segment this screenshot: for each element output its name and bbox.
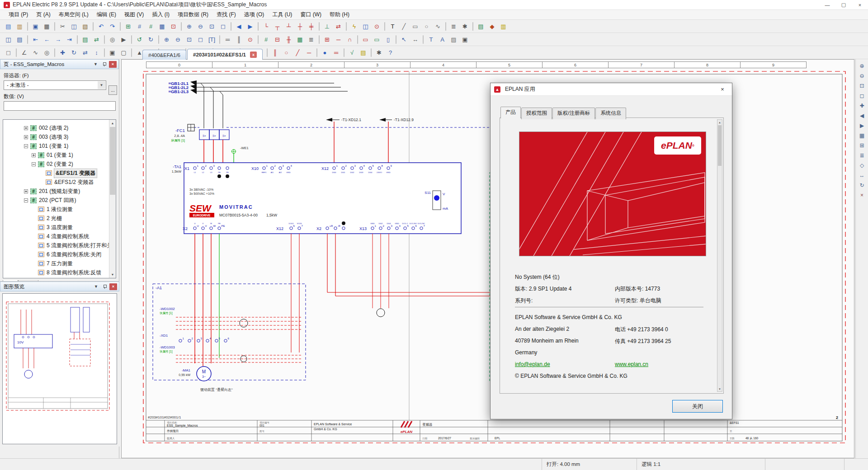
select-tool-icon[interactable]: ↖ xyxy=(398,34,410,45)
tree-item[interactable]: # 01 (变量 1) xyxy=(3,150,109,160)
terminal-pin[interactable] xyxy=(334,227,337,230)
strip-zoom-in-icon[interactable]: ⊕ xyxy=(857,61,867,71)
panel-menu-icon[interactable]: ▼ xyxy=(92,283,100,290)
insert-angle-icon[interactable]: ∠ xyxy=(19,47,30,58)
shield-icon[interactable]: ∩ xyxy=(344,34,355,45)
expander-icon[interactable] xyxy=(32,162,36,166)
connection-cross-icon[interactable]: ┼ xyxy=(294,21,306,32)
dialog-close-icon[interactable]: × xyxy=(716,85,729,94)
ruler-icon[interactable]: [T] xyxy=(206,34,217,45)
expander-icon[interactable] xyxy=(32,153,36,157)
toolbar-icon[interactable] xyxy=(93,22,94,31)
menu-item[interactable]: 视图 (V) xyxy=(120,10,148,19)
terminal-pin[interactable] xyxy=(193,167,196,169)
interruption-point-icon[interactable]: ⇄ xyxy=(333,21,344,32)
toolbar-icon[interactable] xyxy=(104,35,105,44)
window-tile-icon[interactable]: ▤ xyxy=(14,34,25,45)
zoom-in-icon[interactable]: ⊕ xyxy=(184,21,195,32)
scroll-thumb[interactable] xyxy=(718,125,722,166)
search-next-icon[interactable]: ▶ xyxy=(118,34,129,45)
plc-navigator-icon[interactable]: ▦ xyxy=(294,34,306,45)
strip-zoom-out-icon[interactable]: ⊖ xyxy=(857,71,867,81)
toolbar-icon[interactable] xyxy=(131,35,132,44)
toolbar-icon[interactable] xyxy=(54,48,55,57)
tree-item[interactable]: 3 温度测量 xyxy=(3,223,109,232)
terminal-pin[interactable] xyxy=(371,227,374,230)
preview-canvas[interactable]: 10V xyxy=(2,293,117,444)
tree-item[interactable]: # 201 (预规划变量) xyxy=(3,187,109,196)
refresh-icon[interactable]: ↻ xyxy=(145,34,156,45)
dialog-tab[interactable]: 产品 xyxy=(500,107,521,118)
menu-item[interactable]: 布局空间 (L) xyxy=(55,10,93,19)
terminal-pin[interactable] xyxy=(197,339,200,342)
edit-cable-icon[interactable]: ─ xyxy=(333,34,344,45)
terminal-pin[interactable] xyxy=(369,167,372,169)
search-icon[interactable]: ◎ xyxy=(107,34,118,45)
email-link[interactable]: info@eplan.de xyxy=(515,361,550,367)
terminal-pin[interactable] xyxy=(326,227,329,230)
scroll-up-icon[interactable]: ▲ xyxy=(109,120,116,127)
terminal-pin[interactable] xyxy=(193,227,196,230)
menu-item[interactable]: 页 (A) xyxy=(32,10,54,19)
nav-next-icon[interactable]: → xyxy=(52,34,64,45)
zoom-page-icon[interactable]: ◻ xyxy=(195,34,206,45)
editor-tab[interactable]: #203#101#02&EFS1/1 x xyxy=(187,49,263,60)
terminal-pin[interactable] xyxy=(396,227,398,230)
toolbar-icon[interactable] xyxy=(445,22,446,31)
terminal-pin[interactable] xyxy=(333,167,335,169)
plc-box-icon[interactable]: ▯ xyxy=(382,34,394,45)
toolbar-icon[interactable] xyxy=(371,48,372,57)
save-icon[interactable]: ▣ xyxy=(30,21,41,32)
filter-combo[interactable]: - 未激活 - ▼ xyxy=(4,80,106,90)
toolbar-icon[interactable] xyxy=(344,48,344,57)
terminal-pin[interactable] xyxy=(218,227,221,230)
parts-list-icon[interactable]: ≣ xyxy=(306,34,317,45)
structure-box-icon[interactable]: ▭ xyxy=(371,34,382,45)
tree-item[interactable]: &EFS1/1 变频器 xyxy=(3,169,109,178)
dialog-close-button[interactable]: 关闭 xyxy=(672,400,723,413)
terminal-pin[interactable] xyxy=(210,227,212,230)
terminal-pin[interactable] xyxy=(360,167,363,169)
tree-item[interactable]: # 101 (变量 1) xyxy=(3,141,109,150)
menu-item[interactable]: 编辑 (E) xyxy=(93,10,120,19)
zoom-out-icon[interactable]: ⊖ xyxy=(195,21,206,32)
strip-grid-icon[interactable]: ▦ xyxy=(857,131,867,141)
toolbar-icon[interactable] xyxy=(472,22,473,31)
toolbar-icon[interactable] xyxy=(231,22,231,31)
cut-icon[interactable]: ✂ xyxy=(57,21,68,32)
strip-close-icon[interactable]: × xyxy=(857,190,867,200)
panel-menu-icon[interactable]: ▼ xyxy=(92,61,99,68)
insert-sector-icon[interactable]: ◎ xyxy=(41,47,52,58)
tree-item[interactable]: # 02 (变量 2) xyxy=(3,160,109,169)
expander-icon[interactable] xyxy=(24,198,28,202)
toolbar-icon[interactable] xyxy=(267,48,268,57)
circle-icon[interactable]: ○ xyxy=(421,21,432,32)
terminal-pin[interactable] xyxy=(188,339,191,342)
strip-refresh-icon[interactable]: ↻ xyxy=(857,180,867,190)
maximize-button[interactable]: ▢ xyxy=(835,0,852,9)
terminal-pin[interactable] xyxy=(351,167,354,169)
terminal-pin[interactable] xyxy=(218,167,221,169)
toolbar-icon[interactable] xyxy=(16,48,17,57)
terminal-pin[interactable] xyxy=(271,167,274,169)
zoom-out2-icon[interactable]: ⊖ xyxy=(172,34,184,45)
toolbar-icon[interactable] xyxy=(104,48,105,57)
toolbar-icon[interactable] xyxy=(423,35,424,44)
toolbar-icon[interactable] xyxy=(27,35,28,44)
layers-icon[interactable]: ≣ xyxy=(448,21,459,32)
expander-icon[interactable] xyxy=(24,126,28,130)
redo-icon[interactable]: ↷ xyxy=(107,21,118,32)
snap-points-icon[interactable]: ⊙ xyxy=(245,34,256,45)
close-button[interactable]: × xyxy=(852,0,868,9)
page-new-icon[interactable]: ▤ xyxy=(3,21,14,32)
print-icon[interactable]: ▦ xyxy=(41,21,52,32)
tree-scrollbar[interactable]: ▲ ▼ xyxy=(109,120,116,278)
expander-icon[interactable] xyxy=(24,135,28,139)
terminal-pin[interactable] xyxy=(298,227,301,230)
terminal-pin[interactable] xyxy=(210,167,212,169)
page-prev-icon[interactable]: ◀ xyxy=(233,21,245,32)
scroll-down-icon[interactable]: ▼ xyxy=(717,386,722,391)
text-icon[interactable]: T xyxy=(387,21,398,32)
move-icon[interactable]: ✚ xyxy=(57,47,68,58)
cable-navigator-icon[interactable]: ╫ xyxy=(283,34,294,45)
